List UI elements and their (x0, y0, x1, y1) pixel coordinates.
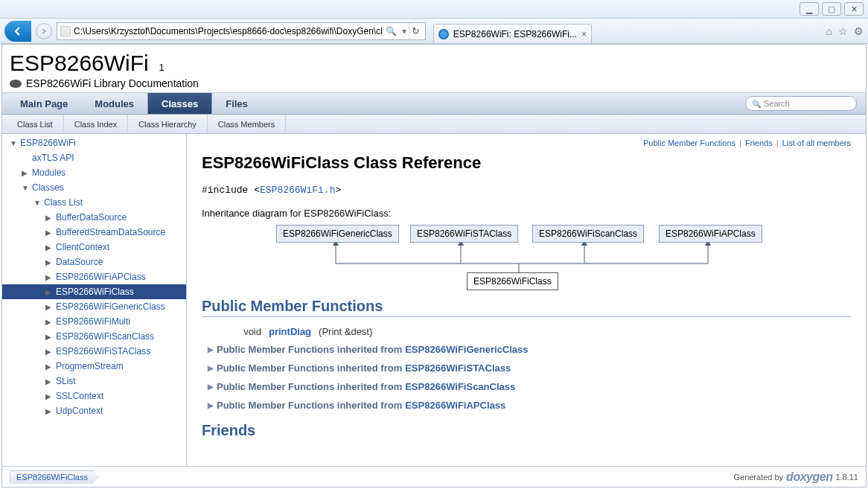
tree-item-label: ClientContext (56, 242, 109, 252)
tree-item[interactable]: Classes (2, 180, 186, 195)
home-icon[interactable]: ⌂ (826, 25, 832, 37)
tree-item-label: SSLContext (56, 391, 103, 401)
page-title: ESP8266WiFiClass Class Reference (202, 153, 851, 173)
inherited-section[interactable]: ▶Public Member Functions inherited from … (202, 340, 851, 359)
tree-item[interactable]: BufferedStreamDataSource (2, 225, 186, 240)
doxygen-logo[interactable]: doxygen (786, 470, 832, 484)
tree-item-label: ESP8266WiFiClass (56, 287, 134, 297)
inherited-label: Public Member Functions inherited from (217, 344, 402, 355)
tree-item[interactable]: ESP8266WiFiMulti (2, 314, 186, 329)
tree-arrow-icon (45, 318, 53, 326)
inh-parent-1[interactable]: ESP8266WiFiSTAClass (410, 225, 518, 243)
tree-item[interactable]: ProgmemStream (2, 359, 186, 374)
inh-parent-3[interactable]: ESP8266WiFiAPClass (659, 225, 762, 243)
tree-item-label: axTLS API (32, 153, 74, 163)
search-input[interactable]: Search (745, 96, 857, 111)
breadcrumb[interactable]: ESP8266WiFiClass (10, 470, 99, 484)
inherited-class-link[interactable]: ESP8266WiFiScanClass (405, 381, 515, 392)
inheritance-diagram: ESP8266WiFiGenericClass ESP8266WiFiSTACl… (202, 223, 851, 287)
star-icon[interactable]: ☆ (838, 25, 848, 37)
tree-arrow-icon (10, 139, 17, 147)
link-all-members[interactable]: List of all members (782, 138, 851, 147)
back-button[interactable] (4, 21, 31, 42)
inherited-class-link[interactable]: ESP8266WiFiSTAClass (405, 362, 511, 374)
sub-tabs: Class List Class Index Class Hierarchy C… (2, 115, 866, 134)
inh-parent-2[interactable]: ESP8266WiFiScanClass (532, 225, 644, 243)
tree-arrow-icon (45, 288, 53, 296)
address-bar[interactable]: C:\Users\Krzysztof\Documents\Projects\es… (57, 22, 426, 40)
subtab-class-index[interactable]: Class Index (64, 115, 128, 133)
window-close-button[interactable]: ✕ (844, 2, 864, 16)
link-friends[interactable]: Friends (745, 138, 773, 147)
tree-item-label: Class List (44, 197, 83, 208)
search-icon[interactable]: 🔍 (383, 26, 400, 36)
tree-arrow-icon (45, 273, 53, 281)
tree-item[interactable]: ESP8266WiFi (2, 135, 186, 150)
expand-icon[interactable]: ▶ (208, 364, 214, 372)
tree-arrow-icon (33, 199, 41, 207)
expand-icon[interactable]: ▶ (208, 401, 214, 409)
inherited-section[interactable]: ▶Public Member Functions inherited from … (202, 377, 851, 396)
tree-item-label: Modules (32, 167, 66, 178)
tree-item[interactable]: SSLContext (2, 389, 186, 403)
tree-item[interactable]: Modules (2, 165, 186, 180)
project-title: ESP8266WiFi (10, 51, 149, 75)
member-name[interactable]: printDiag (269, 326, 311, 337)
tree-item-label: UdpContext (56, 406, 103, 416)
inherited-section[interactable]: ▶Public Member Functions inherited from … (202, 359, 851, 377)
tree-arrow-icon (45, 243, 53, 252)
tree-item[interactable]: ClientContext (2, 240, 186, 255)
url-text: C:\Users\Krzysztof\Documents\Projects\es… (74, 26, 383, 36)
tree-item[interactable]: BufferDataSource (2, 210, 186, 225)
tab-main-page[interactable]: Main Page (7, 93, 81, 114)
refresh-icon[interactable]: ↻ (409, 23, 422, 39)
expand-icon[interactable]: ▶ (208, 345, 214, 354)
tree-item-label: BufferDataSource (56, 212, 127, 223)
main-tabs: Main Page Modules Classes Files Search (2, 92, 866, 115)
doc-header: ESP8266WiFi 1 ESP8266WiFi Library Docume… (2, 45, 866, 92)
nav-tree[interactable]: ESP8266WiFiaxTLS APIModulesClassesClass … (2, 134, 187, 466)
dropdown-icon[interactable]: ▾ (400, 26, 409, 36)
forward-button[interactable] (36, 23, 52, 39)
member-row: void printDiag (Print &dest) (202, 323, 851, 340)
inherited-class-link[interactable]: ESP8266WiFiAPClass (405, 400, 505, 411)
subtab-class-list[interactable]: Class List (7, 115, 64, 133)
page-content: ESP8266WiFi 1 ESP8266WiFi Library Docume… (1, 44, 867, 488)
tab-close-icon[interactable]: × (581, 29, 587, 39)
window-min-button[interactable]: ▁ (800, 2, 819, 16)
include-line: #include <ESP8266WiFi.h> (202, 185, 851, 196)
tree-item[interactable]: ESP8266WiFiAPClass (2, 269, 186, 284)
quick-links: Public Member Functions | Friends | List… (643, 138, 851, 147)
inherited-class-link[interactable]: ESP8266WiFiGenericClass (405, 344, 528, 355)
tree-item[interactable]: UdpContext (2, 403, 186, 418)
link-pub-memb[interactable]: Public Member Functions (643, 138, 735, 147)
gear-icon[interactable]: ⚙ (854, 25, 864, 37)
tree-item[interactable]: Class List (2, 195, 186, 210)
inherited-section[interactable]: ▶Public Member Functions inherited from … (202, 396, 851, 415)
tree-arrow-icon (45, 362, 53, 371)
tree-arrow-icon (45, 407, 53, 415)
tab-modules[interactable]: Modules (81, 93, 147, 114)
browser-tab[interactable]: ESP8266WiFi: ESP8266WiFi... × (433, 24, 592, 43)
tree-item[interactable]: ESP8266WiFiGenericClass (2, 299, 186, 314)
tree-item[interactable]: ESP8266WiFiClass (2, 284, 186, 299)
section-friends-peek: Friends (202, 422, 851, 441)
tree-item[interactable]: ESP8266WiFiScanClass (2, 329, 186, 344)
include-link[interactable]: ESP8266WiFi.h (260, 185, 335, 196)
member-args: (Print &dest) (319, 326, 372, 337)
project-brief: ESP8266WiFi Library Documentation (26, 77, 199, 89)
tab-classes[interactable]: Classes (147, 93, 212, 114)
tree-item[interactable]: axTLS API (2, 150, 186, 165)
main-pane[interactable]: Public Member Functions | Friends | List… (187, 134, 866, 466)
expand-icon[interactable]: ▶ (208, 383, 214, 391)
tree-item[interactable]: DataSource (2, 255, 186, 269)
inh-current: ESP8266WiFiClass (467, 272, 558, 290)
tab-files[interactable]: Files (212, 93, 261, 114)
inh-parent-0[interactable]: ESP8266WiFiGenericClass (276, 225, 399, 243)
subtab-class-members[interactable]: Class Members (208, 115, 286, 133)
tree-item[interactable]: SList (2, 374, 186, 389)
browser-toolbar: C:\Users\Krzysztof\Documents\Projects\es… (0, 19, 868, 44)
tree-item[interactable]: ESP8266WiFiSTAClass (2, 344, 186, 359)
subtab-class-hierarchy[interactable]: Class Hierarchy (128, 115, 208, 133)
window-max-button[interactable]: ▢ (822, 2, 841, 16)
